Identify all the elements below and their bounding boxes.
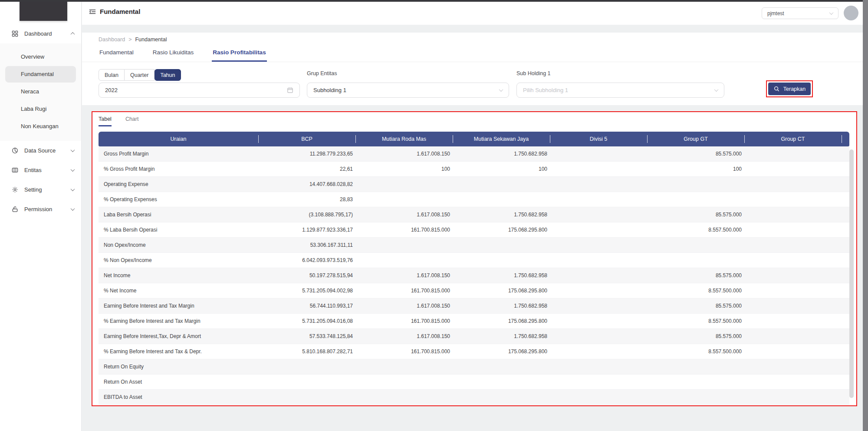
cell-value: 85.575.000 [647,333,744,339]
column-header-group-ct: Group CT [744,132,842,146]
chevron-up-icon [71,32,75,36]
user-dropdown-value: pjmtest [767,10,830,17]
grup-entitas-value: Subholding 1 [313,87,500,93]
period-button-bulan[interactable]: Bulan [99,69,125,81]
sidebar-subitem-neraca[interactable]: Neraca [5,83,76,100]
row-label: % Earning Before Interest and Tax & Depr… [99,348,258,355]
cell-value: 5.731.205.094.016,08 [258,318,355,324]
cell-value: 85.575.000 [647,303,744,309]
tab-rasio-likuiditas[interactable]: Rasio Likuiditas [152,46,195,62]
page-scrollbar[interactable] [863,0,868,431]
cell-value: 8.557.500.000 [647,288,744,294]
tab-rasio-profitabilitas[interactable]: Rasio Profitabilitas [212,46,266,62]
sidebar-subitem-fundamental[interactable]: Fundamental [5,66,76,83]
row-label: Gross Profit Margin [99,151,258,157]
cell-value: 1.750.682.958 [453,151,550,157]
user-dropdown[interactable]: pjmtest [762,7,838,19]
cell-value: 14.407.668.028,82 [258,181,355,187]
cell-value: 161.700.815.000 [355,348,453,355]
cell-value: 1.617.008.150 [355,272,453,278]
sidebar-item-label: Entitas [24,167,71,173]
row-label: Return On Asset [99,379,258,385]
column-header-spacer [842,132,849,146]
cell-value: 1.617.008.150 [355,151,453,157]
column-header-group-gt: Group GT [647,132,744,146]
filters-panel: Dashboard > Fundamental FundamentalRasio… [82,33,863,105]
view-tabs: TabelChart [99,116,138,126]
row-label: % Gross Profit Margin [99,166,258,172]
sidebar-item-dashboard[interactable]: Dashboard [0,27,81,40]
tab-fundamental[interactable]: Fundamental [99,46,135,62]
breadcrumb-item-dashboard[interactable]: Dashboard [99,36,125,43]
sidebar-item-data-source[interactable]: Data Source [0,141,81,160]
cell-value: 175.068.295.800 [453,318,550,324]
grup-entitas-select[interactable]: Subholding 1 [307,83,509,98]
table-row: Net Income50.197.278.515,941.617.008.150… [99,268,849,283]
table-row: EBITDA to Asset [99,390,849,405]
year-input[interactable]: 2022 [99,83,300,98]
pie-chart-icon [11,147,18,154]
view-tab-chart[interactable]: Chart [125,116,139,126]
cell-value: 161.700.815.000 [355,318,453,324]
row-label: Net Income [99,272,258,278]
avatar[interactable] [844,6,858,20]
table-row: Gross Profit Margin11.298.779.233,651.61… [99,146,849,162]
sidebar-item-label: Data Source [24,147,71,154]
cell-value: 1.617.008.150 [355,212,453,218]
table-row: % Net Income5.731.205.094.002,98161.700.… [99,283,849,298]
sidebar-item-entitas[interactable]: Entitas [0,160,81,180]
cell-value: 57.533.748.125,84 [258,333,355,339]
table-scrollbar-thumb[interactable] [849,149,854,398]
table-row: Operating Expense14.407.668.028,82 [99,177,849,192]
period-button-quarter[interactable]: Quarter [125,69,155,81]
sub-holding-select[interactable]: Pilih Subholding 1 [516,83,724,98]
view-tab-tabel[interactable]: Tabel [99,116,112,126]
cell-value: 5.731.205.094.002,98 [258,288,355,294]
row-label: % Non Opex/Income [99,257,258,263]
sidebar-item-setting[interactable]: Setting [0,180,81,199]
apply-button-label: Terapkan [783,86,806,92]
sidebar-item-label: Setting [24,186,71,193]
sidebar-subitem-laba-rugi[interactable]: Laba Rugi [5,101,76,117]
table-header-row: UraianBCPMutiara Roda MasMutiara Sekawan… [99,132,849,146]
entity-table-icon [11,167,18,174]
dashboard-grid-icon [11,30,18,37]
sidebar-collapse-icon[interactable] [89,8,96,15]
cell-value: 85.575.000 [647,151,744,157]
sidebar-item-permission[interactable]: Permission [0,199,81,219]
cell-value: 8.557.500.000 [647,227,744,233]
period-button-tahun[interactable]: Tahun [155,69,181,81]
cell-value: 1.750.682.958 [453,303,550,309]
row-label: Operating Expense [99,181,258,187]
row-label: % Laba Bersih Operasi [99,227,258,233]
page-tabs: FundamentalRasio LikuiditasRasio Profita… [82,46,863,62]
sidebar-nav: Dashboard OverviewFundamentalNeracaLaba … [0,27,81,219]
cell-value: 161.700.815.000 [355,288,453,294]
column-header-divisi-5: Divisi 5 [550,132,647,146]
cell-value: 100 [355,166,453,172]
period-segmented-control: BulanQuarterTahun [99,69,181,81]
cell-value: (3.108.888.795,17) [258,212,355,218]
cell-value: 100 [453,166,550,172]
top-border [0,0,868,2]
row-label: EBITDA to Asset [99,394,258,400]
chevron-down-icon [829,10,834,15]
grup-entitas-label: Grup Entitas [307,70,337,76]
row-label: Earning Before Interest and Tax Margin [99,303,258,309]
sidebar-subitem-non-keuangan[interactable]: Non Keuangan [5,118,76,135]
column-header-uraian: Uraian [99,132,258,146]
breadcrumb: Dashboard > Fundamental [99,36,167,43]
sidebar-item-label: Dashboard [24,30,71,37]
cell-value: 100 [647,166,744,172]
sidebar-item-label: Permission [24,206,71,212]
cell-value: 85.575.000 [647,212,744,218]
breadcrumb-separator: > [128,36,132,43]
cell-value: 1.617.008.150 [355,333,453,339]
gear-icon [11,186,18,193]
cell-value: 22,61 [258,166,355,172]
sidebar-subitem-overview[interactable]: Overview [5,49,76,65]
table-row: Return On Equity [99,359,849,375]
apply-button[interactable]: Terapkan [768,83,811,95]
column-header-mutiara-sekawan-jaya: Mutiara Sekawan Jaya [453,132,550,146]
table-row: Non Opex/Income53.306.167.311,11 [99,238,849,253]
